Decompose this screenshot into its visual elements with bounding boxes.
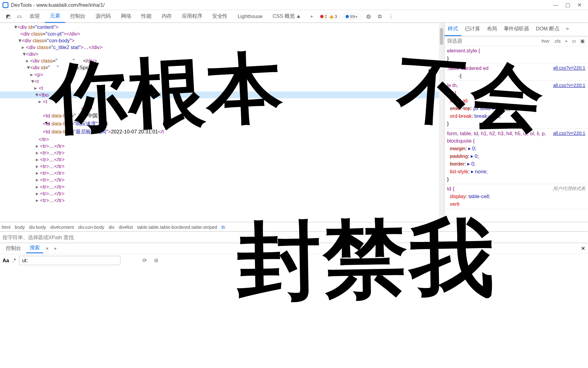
minimize-button[interactable]: — [550, 1, 562, 9]
toggle-rendering-icon[interactable]: ▣ [579, 38, 585, 44]
drawer-tab-console[interactable]: 控制台 [2, 244, 24, 253]
hov-toggle[interactable]: :hov [540, 39, 550, 44]
dock-icon[interactable]: ⧉ [376, 13, 384, 20]
drawer-tab-search[interactable]: 搜索 [26, 243, 43, 253]
error-icon [320, 15, 323, 18]
devtools-icon [2, 2, 8, 8]
search-toolbar: Aa .* ⟳ ⊘ [0, 254, 588, 266]
dom-scrollbar[interactable] [439, 23, 444, 222]
elements-dom-tree[interactable]: ▼<div id="content"> <div class="con-pt">… [0, 23, 444, 222]
tab-network[interactable]: 网络 [116, 10, 136, 22]
info-badge[interactable]: 99+ [343, 13, 361, 20]
computed-sidebar-icon[interactable]: ▭ [571, 38, 577, 44]
tab-application[interactable]: 应用程序 [177, 10, 207, 22]
cls-toggle[interactable]: .cls [553, 39, 561, 44]
dom-breadcrumbs[interactable]: html body div.body div#content div.con-b… [0, 222, 588, 231]
add-tab-button[interactable]: + [308, 13, 315, 20]
styles-tab-dom-breakpoints[interactable]: DOM 断点 [533, 23, 563, 36]
tab-css-overview[interactable]: CSS 概览 ▲ [268, 10, 306, 22]
device-toolbar-icon[interactable]: ▭ [15, 13, 23, 20]
maximize-button[interactable]: ▢ [562, 1, 574, 9]
window-title-bar: DevTools - www.kuaidaili.com/free/inha/1… [0, 0, 588, 10]
styles-tab-event-listeners[interactable]: 事件侦听器 [500, 23, 533, 36]
tab-memory[interactable]: 内存 [156, 10, 177, 22]
styles-tab-layout[interactable]: 布局 [483, 23, 500, 36]
tab-sources[interactable]: 源代码 [91, 10, 116, 22]
tab-elements[interactable]: 元素 [45, 10, 65, 22]
settings-icon[interactable]: ⚙ [365, 13, 373, 20]
tab-performance[interactable]: 性能 [136, 10, 156, 22]
clear-search-icon[interactable]: ⊘ [152, 256, 160, 265]
tab-lighthouse[interactable]: Lighthouse [233, 10, 268, 22]
style-rule[interactable]: element.style {} [444, 46, 588, 64]
add-drawer-tab-button[interactable]: + [50, 245, 60, 252]
tab-welcome[interactable]: 欢迎 [24, 10, 45, 22]
new-style-rule-icon[interactable]: + [564, 39, 568, 44]
styles-tab-styles[interactable]: 样式 [444, 23, 461, 36]
tab-console[interactable]: 控制台 [65, 10, 91, 22]
elements-search-input[interactable] [2, 235, 585, 240]
inspect-icon[interactable]: ◩ [4, 13, 12, 20]
search-results-blank [0, 266, 588, 360]
info-icon [346, 15, 349, 18]
devtools-tab-bar: ◩ ▭ 欢迎 元素 控制台 源代码 网络 性能 内存 应用程序 安全性 Ligh… [0, 10, 588, 23]
style-rule[interactable]: all.css?v=220:1 le th, : 1 vert l-ali or… [444, 81, 588, 129]
styles-tab-computed[interactable]: 已计算 [462, 23, 484, 36]
style-rule[interactable]: all.css?v=220:1 .table-bordered ed -] [444, 63, 588, 81]
close-drawer-icon[interactable]: ✕ [581, 245, 585, 251]
match-case-toggle[interactable]: Aa [2, 257, 9, 263]
window-title: DevTools - www.kuaidaili.com/free/inha/1… [11, 2, 105, 8]
more-icon[interactable]: ⋮ [387, 13, 394, 20]
style-rule[interactable]: 用户代理样式表 td { display: table-cell; verti [444, 184, 588, 209]
elements-search-bar [0, 231, 588, 243]
warning-icon [330, 15, 334, 18]
search-input[interactable] [19, 255, 121, 265]
refresh-search-icon[interactable]: ⟳ [140, 256, 149, 265]
style-rule[interactable]: all.css?v=220:1 form, table, td, h1, h2,… [444, 129, 588, 184]
styles-filter-input[interactable] [447, 38, 537, 44]
regex-toggle[interactable]: .* [13, 257, 16, 263]
drawer-tabs: 控制台 搜索 × + ✕ [0, 243, 588, 254]
close-drawer-tab-icon[interactable]: × [46, 245, 49, 251]
styles-more-icon[interactable]: » [563, 23, 572, 36]
close-button[interactable]: ✕ [574, 1, 586, 9]
tab-security[interactable]: 安全性 [207, 10, 233, 22]
styles-pane: 样式 已计算 布局 事件侦听器 DOM 断点 » :hov .cls + ▭ ▣… [444, 23, 588, 222]
issue-badges[interactable]: 2 3 [317, 13, 340, 20]
